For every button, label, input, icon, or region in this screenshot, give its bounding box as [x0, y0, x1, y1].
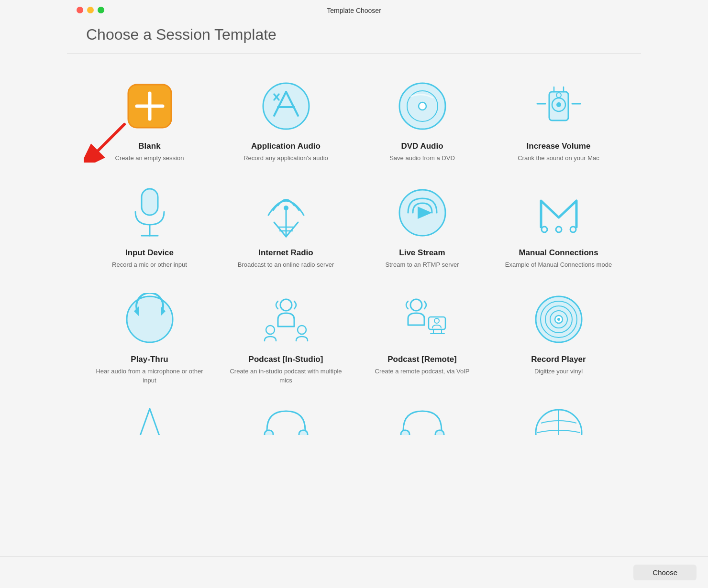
application-audio-icon	[257, 77, 315, 135]
svg-rect-55	[435, 430, 444, 435]
traffic-lights	[77, 7, 104, 13]
template-application-audio[interactable]: Application Audio Record any application…	[222, 68, 349, 170]
application-audio-desc: Record any application's audio	[243, 154, 328, 163]
internet-radio-icon	[257, 184, 315, 241]
blank-desc: Create an empty session	[115, 154, 184, 163]
template-grid: Blank Create an empty session Applicatio…	[67, 54, 641, 449]
svg-rect-54	[401, 430, 409, 435]
choose-button[interactable]: Choose	[633, 565, 697, 580]
template-live-stream[interactable]: Live Stream Stream to an RTMP server	[359, 174, 486, 276]
svg-point-31	[542, 227, 547, 232]
template-row4-2[interactable]	[222, 397, 349, 435]
input-device-title: Input Device	[125, 248, 174, 258]
template-podcast-in-studio[interactable]: Podcast [In-Studio] Create an in-studio …	[222, 281, 349, 392]
minimize-button[interactable]	[87, 7, 94, 13]
row4-2-icon	[257, 406, 315, 435]
svg-point-38	[266, 326, 275, 334]
podcast-in-studio-desc: Create an in-studio podcast with multipl…	[227, 367, 344, 384]
blank-title: Blank	[138, 142, 160, 151]
template-play-thru[interactable]: Play-Thru Hear audio from a microphone o…	[86, 281, 213, 392]
svg-rect-52	[265, 430, 273, 435]
template-input-device[interactable]: Input Device Record a mic or other input	[86, 174, 213, 276]
svg-point-14	[556, 102, 561, 107]
record-player-icon	[530, 291, 587, 348]
maximize-button[interactable]	[98, 7, 104, 13]
page-header: Choose a Session Template	[67, 21, 641, 54]
podcast-in-studio-icon	[257, 291, 315, 348]
svg-point-39	[298, 326, 306, 334]
template-increase-volume[interactable]: Increase Volume Crank the sound on your …	[495, 68, 622, 170]
row4-4-icon	[530, 406, 587, 435]
manual-connections-title: Manual Connections	[519, 248, 598, 258]
template-blank[interactable]: Blank Create an empty session	[86, 68, 213, 170]
internet-radio-title: Internet Radio	[258, 248, 313, 258]
svg-point-45	[434, 318, 439, 323]
svg-rect-53	[299, 430, 308, 435]
podcast-remote-icon	[394, 291, 451, 348]
template-internet-radio[interactable]: Internet Radio Broadcast to an online ra…	[222, 174, 349, 276]
record-player-desc: Digitize your vinyl	[534, 367, 583, 376]
template-dvd-audio[interactable]: DVD Audio Save audio from a DVD	[359, 68, 486, 170]
live-stream-desc: Stream to an RTMP server	[385, 261, 459, 269]
record-player-title: Record Player	[531, 355, 586, 364]
dvd-audio-title: DVD Audio	[401, 142, 443, 151]
podcast-remote-desc: Create a remote podcast, via VoIP	[375, 367, 470, 376]
template-record-player[interactable]: Record Player Digitize your vinyl	[495, 281, 622, 392]
manual-connections-desc: Example of Manual Connections mode	[505, 261, 612, 269]
titlebar: Template Chooser	[67, 0, 641, 21]
template-manual-connections[interactable]: Manual Connections Example of Manual Con…	[495, 174, 622, 276]
increase-volume-icon	[530, 77, 587, 135]
page-title: Choose a Session Template	[86, 26, 622, 44]
template-row4-4[interactable]	[495, 397, 622, 435]
dvd-audio-desc: Save audio from a DVD	[389, 154, 455, 163]
podcast-in-studio-title: Podcast [In-Studio]	[249, 355, 323, 364]
svg-line-25	[286, 222, 298, 237]
manual-connections-icon	[530, 184, 587, 241]
template-row4-1[interactable]	[86, 397, 213, 435]
svg-line-24	[274, 222, 286, 237]
input-device-icon	[121, 184, 178, 241]
dvd-audio-icon	[394, 77, 451, 135]
close-button[interactable]	[77, 7, 83, 13]
play-thru-title: Play-Thru	[131, 355, 168, 364]
application-audio-title: Application Audio	[251, 142, 321, 151]
internet-radio-desc: Broadcast to an online radio server	[238, 261, 334, 269]
window-title: Template Chooser	[327, 7, 381, 14]
svg-point-11	[419, 102, 426, 110]
podcast-remote-title: Podcast [Remote]	[387, 355, 457, 364]
template-row4-3[interactable]	[359, 397, 486, 435]
row4-1-icon	[121, 406, 178, 435]
svg-rect-20	[142, 189, 158, 215]
increase-volume-title: Increase Volume	[527, 142, 591, 151]
input-device-desc: Record a mic or other input	[112, 261, 187, 269]
live-stream-title: Live Stream	[399, 248, 445, 258]
template-podcast-remote[interactable]: Podcast [Remote] Create a remote podcast…	[359, 281, 486, 392]
increase-volume-desc: Crank the sound on your Mac	[518, 154, 599, 163]
play-thru-desc: Hear audio from a microphone or other in…	[91, 367, 208, 384]
svg-point-37	[280, 299, 292, 311]
main-window: Template Chooser Choose a Session Templa…	[67, 0, 641, 449]
blank-icon	[121, 77, 178, 135]
svg-point-32	[556, 227, 562, 232]
svg-point-51	[557, 318, 560, 321]
row4-3-icon	[394, 406, 451, 435]
bottom-bar: Choose	[0, 556, 708, 588]
svg-point-33	[570, 227, 576, 232]
svg-point-28	[284, 206, 288, 210]
live-stream-icon	[394, 184, 451, 241]
play-thru-icon	[121, 291, 178, 348]
svg-point-34	[127, 296, 173, 342]
svg-point-40	[410, 299, 422, 311]
